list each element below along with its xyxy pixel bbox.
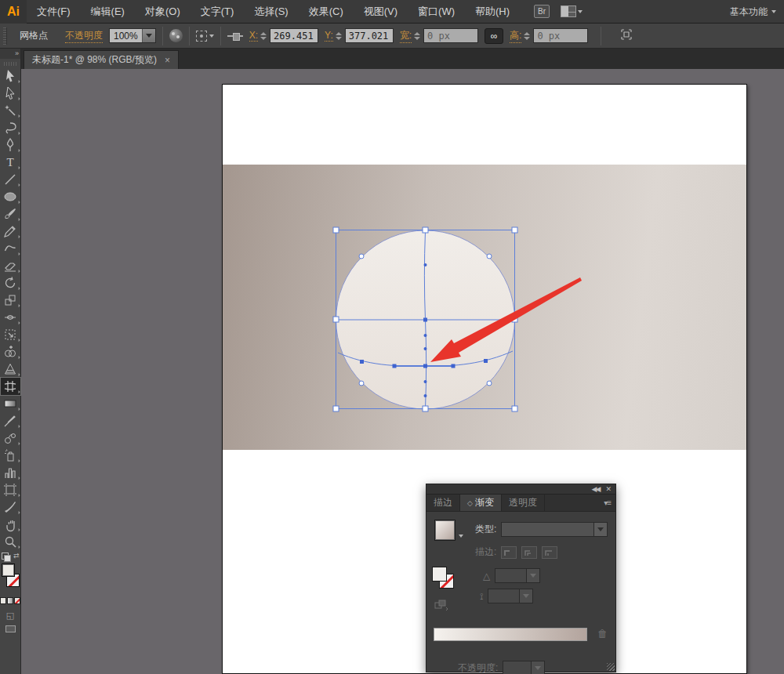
bridge-button[interactable]: Br [534,5,550,18]
panel-resize-grip[interactable] [607,663,615,671]
x-label[interactable]: X: [249,30,258,42]
drawing-mode-icon[interactable]: ◱ [6,611,14,621]
selection-tool[interactable] [1,67,20,85]
fill-swatch[interactable] [2,563,15,577]
y-input[interactable]: 377.021 [345,28,394,43]
document-tab[interactable]: 未标题-1* @ 98% (RGB/预览) × [24,50,179,69]
gradient-type-dropdown[interactable] [501,522,608,537]
gradient-slider[interactable] [434,628,587,641]
isolate-object-icon[interactable] [227,32,243,40]
menu-item-2[interactable]: 对象(O) [135,0,191,23]
pencil-tool[interactable] [1,223,20,240]
close-icon[interactable]: × [165,55,170,66]
panel-tab-transparency[interactable]: 透明度 [502,495,545,511]
blend-tool[interactable] [1,429,20,447]
screen-mode-icon[interactable] [5,625,16,632]
height-stepper[interactable] [524,32,530,40]
symbol-sprayer-tool[interactable] [1,447,20,464]
close-icon[interactable]: ✕ [605,485,612,493]
delete-stop-icon[interactable]: 🗑 [597,628,608,640]
collapse-icon[interactable]: ◀◀ [592,485,600,493]
panel-menu-icon[interactable]: ▾≡ [604,498,611,507]
stroke-along-icon[interactable] [521,546,537,559]
shape-builder-tool[interactable] [1,343,20,361]
zoom-tool[interactable] [1,533,20,550]
type-tool[interactable]: T [1,154,20,171]
free-transform-tool[interactable] [1,326,20,343]
none-mode-button[interactable] [14,597,20,604]
slice-tool[interactable] [1,498,20,516]
width-tool[interactable] [1,309,20,326]
gradient-mode-button[interactable] [7,597,13,604]
workspace-switcher[interactable]: 基本功能 [730,0,776,24]
paintbrush-tool[interactable] [1,205,20,223]
menu-item-0[interactable]: 文件(F) [27,0,81,23]
default-fill-stroke-icon[interactable] [2,553,9,560]
perspective-grid-tool[interactable] [1,361,20,378]
menu-item-4[interactable]: 选择(S) [244,0,298,23]
chevron-down-icon[interactable] [459,534,463,538]
chevron-down-icon [535,666,541,670]
direct-selection-tool[interactable] [1,85,20,102]
menu-item-1[interactable]: 编辑(E) [81,0,135,23]
color-mode-button[interactable] [0,597,6,604]
reverse-gradient-icon[interactable] [434,600,448,613]
width-stepper[interactable] [414,32,420,40]
angle-icon: △ [483,571,490,582]
ellipse-tool[interactable] [1,188,20,205]
fill-proxy-swatch[interactable] [432,567,447,582]
scale-tool[interactable] [1,292,20,309]
angle-dropdown[interactable] [495,568,540,583]
gradient-thumbnail[interactable] [434,520,456,541]
tools-panel-grip[interactable] [4,62,17,66]
panel-tab-stroke[interactable]: 描边 [426,495,460,511]
height-input[interactable]: 0 px [533,28,588,43]
opacity-dropdown[interactable]: 100% [109,28,156,43]
eraser-tool[interactable] [1,257,20,274]
menu-item-8[interactable]: 帮助(H) [465,0,520,23]
select-similar-control[interactable] [196,31,214,42]
eyedropper-tool-icon [2,413,18,429]
width-input[interactable]: 0 px [423,28,478,43]
transform-icon[interactable] [620,28,633,44]
column-graph-tool[interactable] [1,464,20,481]
collapse-panel-icon[interactable]: » [0,49,20,59]
pen-tool[interactable] [1,136,20,154]
line-segment-tool[interactable] [1,171,20,188]
gradient-tool[interactable] [1,395,20,412]
lasso-tool[interactable] [1,119,20,136]
stroke-across-icon[interactable] [542,546,557,559]
magic-wand-tool-icon [2,103,18,118]
aspect-ratio-dropdown[interactable] [488,589,533,603]
stop-opacity-dropdown[interactable] [503,661,545,674]
menu-item-7[interactable]: 窗口(W) [408,0,465,23]
panel-grip[interactable] [3,27,7,45]
menu-item-3[interactable]: 文字(T) [191,0,245,23]
mesh-tool[interactable] [1,378,20,395]
shaper-tool[interactable] [1,240,20,257]
width-label[interactable]: 宽: [400,29,412,43]
x-stepper[interactable] [260,32,267,40]
eyedropper-tool[interactable] [1,412,20,429]
menu-bar: Ai 文件(F)编辑(E)对象(O)文字(T)选择(S)效果(C)视图(V)窗口… [0,0,784,24]
canvas-area[interactable] [21,69,784,674]
height-label[interactable]: 高: [510,29,521,43]
constrain-proportions-icon[interactable]: ∞ [485,28,503,44]
hand-tool[interactable] [1,516,20,533]
arrange-documents-icon[interactable] [561,5,583,17]
fill-stroke-proxy[interactable] [432,567,459,593]
y-stepper[interactable] [336,32,342,40]
panel-tab-gradient[interactable]: ◇渐变 [460,495,502,511]
stroke-within-icon[interactable] [501,546,517,559]
swap-fill-stroke-icon[interactable]: ⇄ [13,552,20,560]
y-label[interactable]: Y: [325,30,333,42]
x-input[interactable]: 269.451 [270,28,318,43]
recolor-artwork-icon[interactable] [169,29,183,42]
artboard-tool[interactable] [1,481,20,498]
magic-wand-tool[interactable] [1,102,20,119]
menu-item-6[interactable]: 视图(V) [354,0,408,23]
opacity-link[interactable]: 不透明度 [65,29,103,43]
rotate-tool[interactable] [1,274,20,292]
app-logo[interactable]: Ai [0,0,27,24]
menu-item-5[interactable]: 效果(C) [299,0,354,23]
